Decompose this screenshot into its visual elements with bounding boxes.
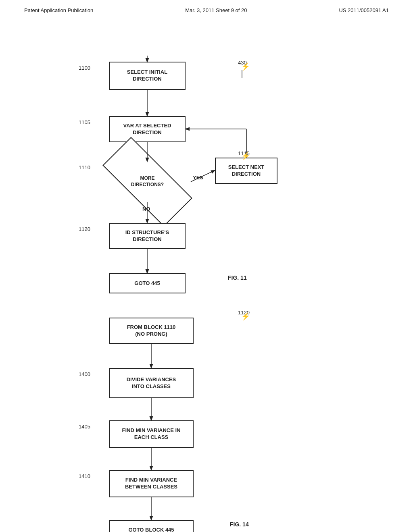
box-from1110: FROM BLOCK 1110 (NO PRONG) xyxy=(109,318,194,344)
label-1110: 1110 xyxy=(79,164,90,170)
label-1100: 1100 xyxy=(79,65,90,71)
diagram-area: SELECT INITIAL DIRECTION 1100 430 VAR AT… xyxy=(0,17,413,525)
diamond-1110: MOREDIRECTIONS? xyxy=(104,162,191,202)
box-1100: SELECT INITIAL DIRECTION xyxy=(109,62,186,90)
box-1120: ID STRUCTURE'S DIRECTION xyxy=(109,223,186,249)
header-left: Patent Application Publication xyxy=(24,7,93,13)
no-label: NO xyxy=(142,206,150,212)
box-1115: SELECT NEXT DIRECTION xyxy=(215,158,277,184)
yes-label: YES xyxy=(193,175,203,181)
label-1105: 1105 xyxy=(79,119,90,125)
arrows-svg: ⚡ ⚡ ⚡ xyxy=(0,17,413,525)
box-1410: FIND MIN VARIANCE BETWEEN CLASSES xyxy=(109,470,194,497)
box-1120-text: ID STRUCTURE'S DIRECTION xyxy=(125,229,169,243)
label-1120: 1120 xyxy=(79,226,90,232)
fig14-label: FIG. 14 xyxy=(230,521,249,528)
box-1105-text: VAR AT SELECTED DIRECTION xyxy=(123,123,171,136)
page: Patent Application Publication Mar. 3, 2… xyxy=(0,0,413,532)
box-1410-text: FIND MIN VARIANCE BETWEEN CLASSES xyxy=(125,477,177,490)
box-goto445: GOTO 445 xyxy=(109,273,186,293)
box-goto445-text: GOTO 445 xyxy=(134,280,160,287)
box-1115-text: SELECT NEXT DIRECTION xyxy=(228,164,265,178)
box-1400: DIVIDE VARIANCES INTO CLASSES xyxy=(109,368,194,398)
diamond-1110-text: MOREDIRECTIONS? xyxy=(131,175,164,188)
label-1410: 1410 xyxy=(79,473,90,479)
page-header: Patent Application Publication Mar. 3, 2… xyxy=(0,0,413,17)
label-1400: 1400 xyxy=(79,371,90,377)
label-1405: 1405 xyxy=(79,424,90,430)
box-1400-text: DIVIDE VARIANCES INTO CLASSES xyxy=(127,376,176,390)
box-from1110-text: FROM BLOCK 1110 (NO PRONG) xyxy=(127,324,176,338)
label-430: 430 xyxy=(238,60,247,66)
box-goto-block445-text: GOTO BLOCK 445 xyxy=(128,527,174,532)
box-1105: VAR AT SELECTED DIRECTION xyxy=(109,116,186,142)
box-1100-text: SELECT INITIAL DIRECTION xyxy=(127,69,167,83)
fig11-label: FIG. 11 xyxy=(228,274,247,281)
box-1405-text: FIND MIN VARIANCE IN EACH CLASS xyxy=(122,427,181,441)
header-center: Mar. 3, 2011 Sheet 9 of 20 xyxy=(185,7,247,13)
label-1120-fig14: 1120 xyxy=(238,310,250,316)
label-1115: 1115 xyxy=(238,150,250,156)
box-goto-block445: GOTO BLOCK 445 xyxy=(109,520,194,532)
box-1405: FIND MIN VARIANCE IN EACH CLASS xyxy=(109,420,194,448)
header-right: US 2011/0052091 A1 xyxy=(339,7,389,13)
